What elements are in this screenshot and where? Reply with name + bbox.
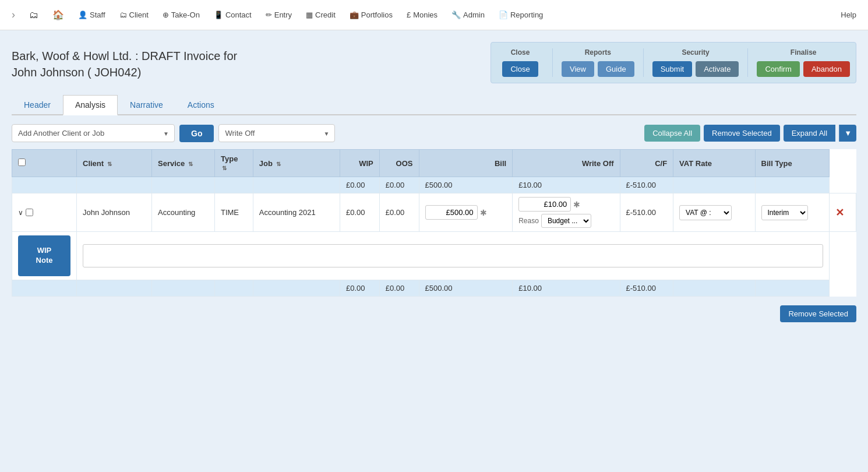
divider — [643, 48, 644, 77]
tab-narrative[interactable]: Narrative — [118, 95, 175, 114]
wip-note-button[interactable]: WIPNote — [18, 235, 70, 276]
contact-nav[interactable]: 📱 Contact — [208, 7, 257, 23]
detail-cf: £-510.00 — [620, 193, 673, 232]
analysis-table: Client ⇅ Service ⇅ Type ⇅ Job ⇅ WIP OOS … — [12, 149, 856, 297]
folder-nav[interactable]: 🗂 — [23, 6, 44, 24]
type-sort-icon[interactable]: ⇅ — [222, 165, 227, 171]
add-client-dropdown-wrapper: Add Another Client or Job — [12, 124, 175, 142]
reporting-nav[interactable]: 📄 Reporting — [493, 7, 549, 23]
summary-oos: £0.00 — [379, 177, 419, 193]
detail-billtype-cell: Interim — [755, 193, 830, 232]
close-group: Close Close — [497, 48, 544, 77]
bill-amount-input[interactable] — [425, 205, 478, 220]
detail-type: TIME — [214, 193, 253, 232]
home-nav[interactable]: 🏠 — [47, 6, 70, 24]
contact-icon: 📱 — [214, 10, 223, 19]
wip-note-input[interactable] — [83, 244, 823, 267]
wip-note-button-cell: WIPNote — [12, 232, 77, 280]
type-header: Type ⇅ — [214, 150, 253, 177]
vat-rate-select[interactable]: VAT @ : — [679, 205, 732, 220]
billtype-header: Bill Type — [755, 150, 830, 177]
activate-button[interactable]: Activate — [696, 61, 739, 77]
monies-icon: £ — [407, 10, 411, 19]
detail-client: John Johnson — [77, 193, 152, 232]
remove-selected-bottom-button[interactable]: Remove Selected — [780, 305, 856, 322]
reason-label: Reaso — [518, 217, 539, 225]
divider — [552, 48, 553, 77]
bill-header: Bill — [419, 150, 513, 177]
detail-oos: £0.00 — [379, 193, 419, 232]
writeoff-amount-input[interactable] — [518, 197, 571, 212]
credit-icon: ▦ — [306, 10, 313, 19]
service-sort-icon[interactable]: ⇅ — [188, 161, 193, 167]
main-content: Bark, Woof & Howl Ltd. : DRAFT Invoice f… — [0, 30, 868, 472]
summary-bill: £500.00 — [419, 177, 513, 193]
tab-bar: Header Analysis Narrative Actions — [12, 95, 856, 115]
takeon-icon: ⊕ — [163, 10, 169, 19]
divider — [747, 48, 748, 77]
tab-actions[interactable]: Actions — [175, 95, 227, 114]
footer-writeoff: £10.00 — [513, 280, 620, 297]
add-client-select[interactable]: Add Another Client or Job — [12, 124, 175, 142]
writeoff-select[interactable]: Write Off — [218, 124, 335, 142]
expand-all-arrow-button[interactable]: ▼ — [839, 125, 856, 142]
arrow-nav[interactable]: › — [6, 5, 21, 24]
row-checkbox[interactable] — [26, 209, 33, 216]
entry-icon: ✏ — [266, 10, 272, 19]
action-panel: Close Close Reports View Guide Security … — [491, 42, 856, 83]
detail-vat-cell: VAT @ : — [673, 193, 755, 232]
wip-header: WIP — [340, 150, 380, 177]
monies-nav[interactable]: £ Monies — [401, 7, 443, 23]
admin-icon: 🔧 — [451, 10, 461, 19]
bill-type-select[interactable]: Interim — [761, 205, 808, 220]
toolbar-right-buttons: Collapse All Remove Selected Expand All … — [644, 125, 856, 142]
row-collapse-icon[interactable]: ∨ — [18, 209, 23, 217]
entry-nav[interactable]: ✏ Entry — [260, 7, 298, 23]
checkbox-header — [12, 150, 77, 177]
writeoff-dropdown-wrapper: Write Off — [218, 124, 335, 142]
bill-asterisk-icon[interactable]: ✱ — [480, 208, 487, 217]
reason-select[interactable]: Budget ... — [541, 214, 591, 228]
summary-writeoff: £10.00 — [513, 177, 620, 193]
select-all-checkbox[interactable] — [18, 158, 26, 166]
footer-cf: £-510.00 — [620, 280, 673, 297]
reporting-icon: 📄 — [499, 10, 508, 19]
client-header: Client ⇅ — [77, 150, 152, 177]
job-sort-icon[interactable]: ⇅ — [276, 161, 281, 167]
cf-header: C/F — [620, 150, 673, 177]
reports-group: Reports View Guide — [562, 48, 634, 77]
expand-all-button[interactable]: Expand All — [784, 125, 835, 142]
detail-job: Accounting 2021 — [253, 193, 340, 232]
job-header: Job ⇅ — [253, 150, 340, 177]
tab-header[interactable]: Header — [12, 95, 63, 114]
admin-nav[interactable]: 🔧 Admin — [446, 7, 491, 23]
invoice-title: Bark, Woof & Howl Ltd. : DRAFT Invoice f… — [12, 42, 237, 80]
staff-nav[interactable]: 👤 Staff — [72, 7, 111, 23]
collapse-all-button[interactable]: Collapse All — [644, 125, 700, 142]
client-icon: 🗂 — [119, 10, 127, 19]
detail-service: Accounting — [152, 193, 215, 232]
client-sort-icon[interactable]: ⇅ — [107, 161, 112, 167]
portfolios-nav[interactable]: 💼 Portfolios — [344, 7, 398, 23]
client-nav[interactable]: 🗂 Client — [114, 7, 154, 23]
confirm-button[interactable]: Confirm — [757, 61, 800, 77]
footer-wip: £0.00 — [340, 280, 380, 297]
writeoff-header: Write Off — [513, 150, 620, 177]
go-button[interactable]: Go — [179, 125, 214, 142]
header-panel: Bark, Woof & Howl Ltd. : DRAFT Invoice f… — [12, 42, 856, 83]
detail-wip: £0.00 — [340, 193, 380, 232]
close-button[interactable]: Close — [502, 61, 538, 77]
remove-selected-top-button[interactable]: Remove Selected — [704, 125, 780, 142]
view-button[interactable]: View — [562, 61, 594, 77]
remove-row-button[interactable]: ✕ — [835, 207, 844, 219]
footer-oos: £0.00 — [379, 280, 419, 297]
help-nav[interactable]: Help — [835, 7, 862, 23]
bottom-bar: Remove Selected — [12, 305, 856, 322]
submit-button[interactable]: Submit — [652, 61, 692, 77]
guide-button[interactable]: Guide — [598, 61, 634, 77]
credit-nav[interactable]: ▦ Credit — [300, 7, 341, 23]
tab-analysis[interactable]: Analysis — [63, 95, 118, 115]
abandon-button[interactable]: Abandon — [803, 61, 850, 77]
takeon-nav[interactable]: ⊕ Take-On — [157, 7, 206, 23]
writeoff-asterisk-icon[interactable]: ✱ — [573, 200, 580, 209]
